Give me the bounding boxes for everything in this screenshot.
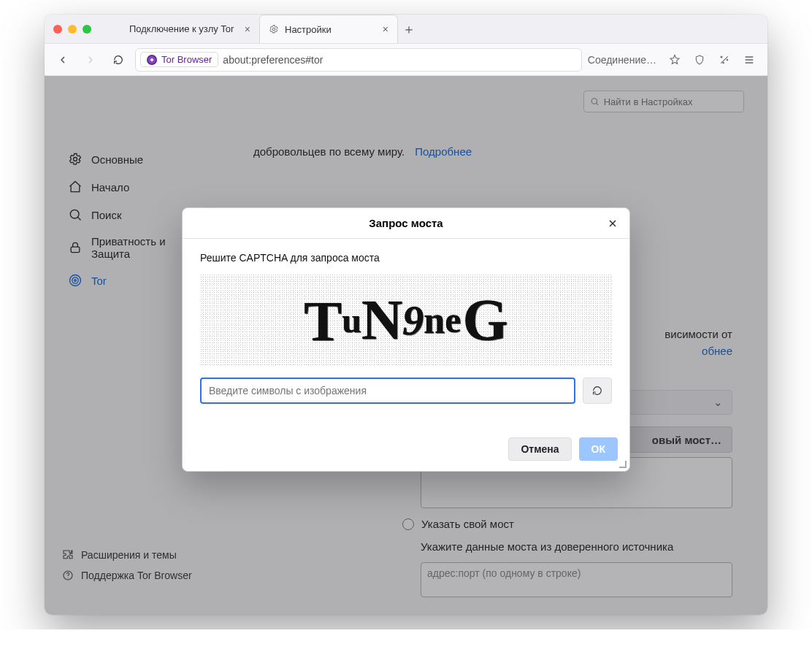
sparkle-button[interactable] xyxy=(713,49,735,71)
button-label: ОК xyxy=(591,443,605,455)
tab-settings[interactable]: Настройки × xyxy=(259,15,398,43)
browser-window: Подключение к узлу Tor × Настройки × ＋ T… xyxy=(45,15,767,615)
content-area: Основные Начало Поиск Приватность и Защи… xyxy=(45,76,767,615)
ok-button[interactable]: ОК xyxy=(579,437,618,461)
brand-label: Tor Browser xyxy=(161,54,212,65)
svg-point-2 xyxy=(727,59,727,60)
captcha-image: TuN9neG xyxy=(200,274,612,366)
modal-footer: Отмена ОК xyxy=(183,404,629,471)
shield-button[interactable] xyxy=(689,49,710,71)
svg-point-0 xyxy=(272,28,275,31)
captcha-input[interactable] xyxy=(200,378,575,404)
modal-header: Запрос моста xyxy=(183,208,629,239)
menu-button[interactable] xyxy=(738,49,760,71)
refresh-icon xyxy=(591,385,603,397)
forward-button[interactable] xyxy=(80,49,102,71)
close-window-button[interactable] xyxy=(53,25,62,34)
captcha-refresh-button[interactable] xyxy=(583,378,612,404)
new-tab-button[interactable]: ＋ xyxy=(398,18,420,40)
modal-close-button[interactable] xyxy=(605,215,621,231)
bridge-request-modal: Запрос моста Решите CAPTCHA для запроса … xyxy=(182,207,630,472)
back-button[interactable] xyxy=(52,49,74,71)
connection-status[interactable]: Соединение… xyxy=(588,54,656,66)
button-label: Отмена xyxy=(521,443,559,455)
resize-grip[interactable] xyxy=(618,459,627,468)
url-text: about:preferences#tor xyxy=(223,54,323,66)
tor-onion-icon xyxy=(147,55,157,65)
cancel-button[interactable]: Отмена xyxy=(508,437,571,461)
modal-title: Запрос моста xyxy=(369,217,443,229)
reload-button[interactable] xyxy=(107,49,129,71)
tab-label: Подключение к узлу Tor xyxy=(129,23,234,34)
captcha-instruction: Решите CAPTCHA для запроса моста xyxy=(200,252,612,264)
toolbar: Tor Browser about:preferences#tor Соедин… xyxy=(45,44,767,76)
svg-point-3 xyxy=(723,62,724,63)
address-bar[interactable]: Tor Browser about:preferences#tor xyxy=(135,48,582,72)
maximize-window-button[interactable] xyxy=(83,25,91,34)
modal-body: Решите CAPTCHA для запроса моста TuN9neG xyxy=(183,239,629,404)
svg-point-1 xyxy=(721,56,722,58)
close-icon xyxy=(607,218,618,229)
close-tab-icon[interactable]: × xyxy=(245,23,250,35)
minimize-window-button[interactable] xyxy=(68,25,77,34)
tor-browser-badge[interactable]: Tor Browser xyxy=(140,52,218,67)
modal-overlay: Запрос моста Решите CAPTCHA для запроса … xyxy=(45,76,767,615)
window-controls xyxy=(53,25,91,34)
tab-bar: Подключение к узлу Tor × Настройки × ＋ xyxy=(45,15,767,44)
gear-icon xyxy=(269,24,279,34)
tab-label: Настройки xyxy=(285,24,332,35)
bookmark-button[interactable] xyxy=(664,49,686,71)
tab-tor-connection[interactable]: Подключение к узлу Tor × xyxy=(120,15,259,43)
close-tab-icon[interactable]: × xyxy=(383,23,388,35)
